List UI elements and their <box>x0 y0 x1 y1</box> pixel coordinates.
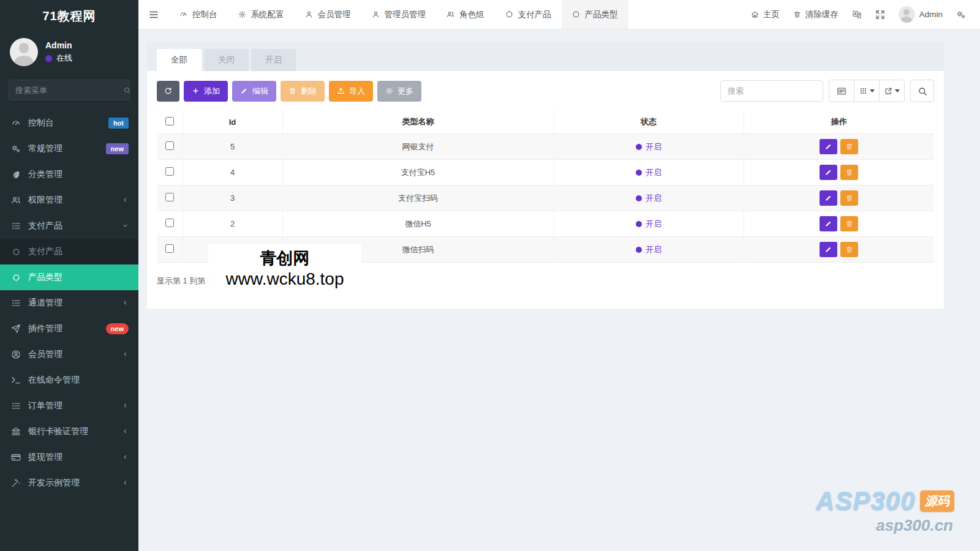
table-row[interactable]: 2 微信H5 开启 <box>157 211 934 237</box>
detail-view-button[interactable] <box>829 80 854 102</box>
clear-cache-link[interactable]: 清除缓存 <box>786 0 845 29</box>
chevron-left-icon <box>122 195 129 205</box>
refresh-button[interactable] <box>157 81 179 102</box>
row-checkbox[interactable] <box>165 141 174 150</box>
pay-product-submenu: 支付产品 产品类型 <box>0 239 138 290</box>
users-icon <box>10 195 22 205</box>
row-delete-button[interactable] <box>840 242 858 257</box>
chevron-left-icon <box>122 452 129 462</box>
list-icon <box>10 298 22 308</box>
row-checkbox[interactable] <box>165 219 174 227</box>
sidebar-item-bankcard[interactable]: 银行卡验证管理 <box>0 419 138 444</box>
pencil-icon <box>824 143 832 151</box>
terminal-icon <box>10 375 22 385</box>
asp300-domain: asp300.cn <box>816 516 953 535</box>
trash-icon <box>845 220 853 228</box>
row-edit-button[interactable] <box>820 242 837 257</box>
table-row[interactable]: 5 网银支付 开启 <box>157 134 934 160</box>
sidebar-item-auth[interactable]: 权限管理 <box>0 187 138 213</box>
sidebar-subitem-product-type[interactable]: 产品类型 <box>0 264 138 290</box>
row-checkbox[interactable] <box>165 244 174 253</box>
topnav-tab-member[interactable]: 会员管理 <box>295 0 361 29</box>
table-header-row: Id 类型名称 状态 操作 <box>157 110 934 134</box>
grid-icon <box>859 87 867 95</box>
sidebar-toggle-button[interactable] <box>138 0 169 29</box>
filter-tab-open[interactable]: 开启 <box>251 49 296 71</box>
refresh-icon <box>164 87 172 95</box>
row-checkbox[interactable] <box>165 193 174 201</box>
more-button[interactable]: 更多 <box>377 81 421 102</box>
trash-icon <box>793 10 801 18</box>
export-button[interactable] <box>879 80 905 102</box>
sidebar-item-order[interactable]: 订单管理 <box>0 393 138 419</box>
sidebar-item-dashboard[interactable]: 控制台 hot <box>0 110 138 136</box>
caret-down-icon <box>870 89 875 92</box>
user-circle-icon <box>10 350 22 359</box>
row-edit-button[interactable] <box>820 216 837 231</box>
sidebar-item-general[interactable]: 常规管理 new <box>0 136 138 162</box>
edit-button[interactable]: 编辑 <box>232 81 276 102</box>
row-edit-button[interactable] <box>820 139 837 154</box>
column-header-id[interactable]: Id <box>183 110 282 134</box>
user-menu[interactable]: Admin <box>892 0 949 29</box>
topnav-tab-product-type[interactable]: 产品类型 <box>562 0 628 29</box>
sidebar-item-pay-product[interactable]: 支付产品 <box>0 213 138 239</box>
row-delete-button[interactable] <box>840 139 858 154</box>
import-button[interactable]: 导入 <box>329 81 373 102</box>
filter-tab-closed[interactable]: 关闭 <box>204 49 249 71</box>
dashboard-icon <box>10 118 22 128</box>
add-button[interactable]: 添加 <box>184 81 228 102</box>
sidebar-item-withdraw[interactable]: 提现管理 <box>0 444 138 470</box>
watermark-site-name: 青创网 <box>260 247 310 269</box>
sidebar-item-member[interactable]: 会员管理 <box>0 342 138 367</box>
fullscreen-button[interactable] <box>869 0 892 29</box>
columns-button[interactable] <box>854 80 880 102</box>
sidebar-search-input[interactable] <box>15 86 123 95</box>
sidebar-item-example[interactable]: 开发示例管理 <box>0 470 138 496</box>
table-row[interactable]: 4 支付宝H5 开启 <box>157 160 934 186</box>
sidebar-subitem-pay-product[interactable]: 支付产品 <box>0 239 138 264</box>
sidebar-item-channel[interactable]: 通道管理 <box>0 290 138 316</box>
topnav-tab-pay-product[interactable]: 支付产品 <box>495 0 562 29</box>
status-badge: 开启 <box>636 167 662 178</box>
gear-icon <box>238 10 246 18</box>
select-all-checkbox[interactable] <box>165 117 174 126</box>
row-checkbox[interactable] <box>165 167 174 176</box>
status-badge: 开启 <box>636 219 662 230</box>
chevron-left-icon <box>122 478 129 488</box>
row-delete-button[interactable] <box>840 216 858 231</box>
user-panel: Admin 在线 <box>0 32 138 75</box>
topnav-tab-admin[interactable]: 管理员管理 <box>361 0 437 29</box>
search-button[interactable] <box>910 80 934 102</box>
asp300-logo: ASP300 <box>816 486 915 515</box>
sidebar-item-addon[interactable]: 插件管理 new <box>0 316 138 342</box>
sidebar-item-category[interactable]: 分类管理 <box>0 162 138 187</box>
row-delete-button[interactable] <box>840 190 858 206</box>
language-button[interactable] <box>845 0 869 29</box>
settings-button[interactable] <box>949 0 973 29</box>
row-edit-button[interactable] <box>820 165 837 180</box>
hot-badge: hot <box>108 118 129 129</box>
table-row[interactable]: 3 支付宝扫码 开启 <box>157 186 934 211</box>
pencil-icon <box>240 87 248 95</box>
avatar <box>899 6 915 23</box>
topnav-tab-rolegroup[interactable]: 角色组 <box>436 0 495 29</box>
topnav-tab-sysconfig[interactable]: 系统配置 <box>228 0 295 29</box>
sidebar-item-command[interactable]: 在线命令管理 <box>0 367 138 393</box>
new-badge: new <box>106 323 129 334</box>
circle-o-icon <box>10 248 22 256</box>
chevron-left-icon <box>122 401 129 411</box>
row-delete-button[interactable] <box>840 165 858 180</box>
status-dot-icon <box>636 144 642 150</box>
topnav-tab-dashboard[interactable]: 控制台 <box>169 0 228 29</box>
row-edit-button[interactable] <box>820 190 837 206</box>
delete-button[interactable]: 删除 <box>281 81 325 102</box>
top-navbar: 控制台 系统配置 会员管理 管理员管理 角色组 支付产品 产品类型 主页 清除缓… <box>138 0 980 29</box>
home-link[interactable]: 主页 <box>744 0 786 29</box>
site-watermark: 青创网 www.wcku8.top <box>208 244 361 293</box>
filter-tab-all[interactable]: 全部 <box>157 49 202 71</box>
list-icon <box>10 221 22 231</box>
table-search-input[interactable] <box>720 80 823 102</box>
sidebar-menu: 控制台 hot 常规管理 new 分类管理 权限管理 支付产品 支付产品 <box>0 110 138 496</box>
chevron-left-icon <box>122 350 129 359</box>
